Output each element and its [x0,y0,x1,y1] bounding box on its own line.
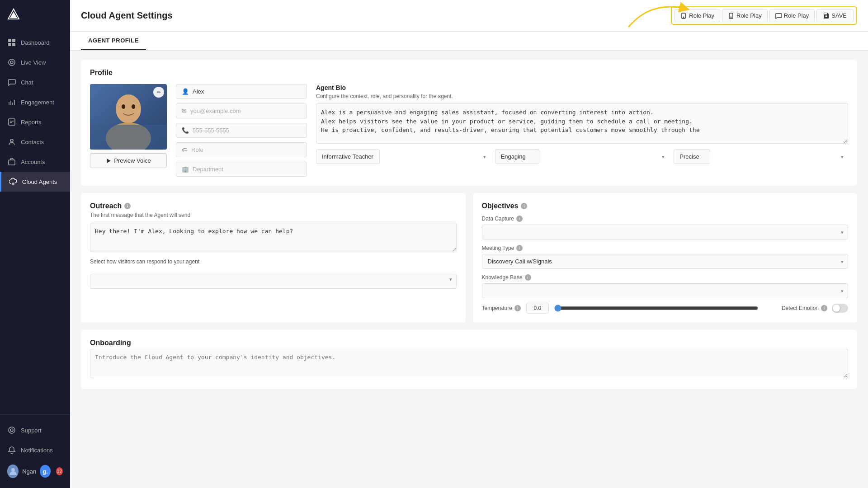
profile-fields: 👤 ✉ 📞 🏷 � [176,84,307,177]
tab-agent-profile[interactable]: AGENT PROFILE [81,32,146,50]
sidebar-item-engagement[interactable]: Engagement [0,92,70,112]
data-capture-select[interactable] [482,225,849,239]
save-label: SAVE [831,12,847,19]
save-icon [823,13,829,19]
svg-point-11 [12,183,14,185]
sidebar-item-accounts[interactable]: Accounts [0,152,70,172]
persona-select[interactable]: Informative Teacher Sales Assistant Supp… [316,149,380,164]
svg-point-12 [9,427,15,433]
style-select[interactable]: Engaging Professional Casual [495,149,539,164]
svg-rect-3 [12,43,15,46]
content-area: Profile [70,51,868,488]
svg-rect-6 [9,119,15,125]
sidebar-item-cloud-agents[interactable]: Cloud Agents [0,172,70,192]
response-select[interactable] [90,274,457,289]
roleplay-button-2[interactable]: Role Play [722,9,768,22]
chat-icon [7,78,16,87]
sidebar-item-support[interactable]: Support [0,420,70,440]
sidebar-item-contacts[interactable]: Contacts [0,132,70,152]
email-input[interactable] [190,108,301,114]
knowledge-base-select-wrap [482,283,849,298]
svg-point-14 [11,468,15,472]
user-profile[interactable]: Ngan g. 12 [0,460,70,483]
bio-textarea[interactable]: Alex is a persuasive and engaging sales … [316,103,848,144]
cloud-agents-icon [9,177,18,186]
profile-layout: ✏ Preview Voice 👤 ✉ [90,84,848,177]
sidebar-item-live-view[interactable]: Live View [0,52,70,72]
phone-icon-2 [728,13,734,19]
temperature-row: Temperature i 0.0 Detect Emotion i [482,303,849,314]
detect-emotion-toggle[interactable] [832,304,848,313]
detect-emotion-info-icon: i [821,305,827,311]
meeting-type-select-wrap: Discovery Call w/Signals Demo Follow-up [482,254,849,269]
person-icon: 👤 [182,88,189,95]
tone-select[interactable]: Precise Creative Balanced [674,149,710,164]
reports-icon [7,117,16,127]
page-title: Cloud Agent Settings [81,10,173,21]
play-icon [106,158,111,164]
sidebar-nav: Dashboard Live View Chat Engagement Repo… [0,29,70,414]
topbar-right: Role Play Role Play Role Play SAVE [671,6,857,25]
phone-field-icon: 📞 [182,127,189,134]
department-input[interactable] [193,166,301,173]
svg-point-20 [116,94,141,123]
phone-input[interactable] [193,127,301,134]
outreach-title: Outreach i [90,202,457,210]
sidebar-label-dashboard: Dashboard [21,39,50,46]
svg-point-9 [10,139,13,142]
temperature-input[interactable]: 0.0 [526,303,549,314]
temperature-slider[interactable] [554,305,758,312]
department-field-wrap: 🏢 [176,162,307,177]
sidebar-item-chat[interactable]: Chat [0,72,70,92]
svg-point-5 [9,59,15,66]
sidebar-label-live-view: Live View [21,59,46,66]
sidebar-item-dashboard[interactable]: Dashboard [0,33,70,52]
onboarding-section: Onboarding [81,330,857,389]
bio-section: Agent Bio Configure the context, role, a… [316,84,848,177]
svg-rect-1 [12,39,15,42]
svg-marker-25 [107,159,111,163]
outreach-message-textarea[interactable]: Hey there! I'm Alex, Looking to explore … [90,223,457,252]
sidebar-label-reports: Reports [21,119,42,126]
detect-emotion-row: Detect Emotion i [782,304,848,313]
sidebar-item-reports[interactable]: Reports [0,112,70,132]
svg-point-18 [731,17,731,18]
profile-section-title: Profile [90,69,848,77]
svg-rect-0 [8,39,11,42]
role-input[interactable] [191,146,301,153]
topbar: Cloud Agent Settings Role Play Role [70,0,868,32]
save-button[interactable]: SAVE [816,9,854,22]
knowledge-base-select[interactable] [482,283,849,298]
support-icon [7,426,16,435]
main-content: Cloud Agent Settings Role Play Role [70,0,868,488]
name-input[interactable] [193,88,301,95]
notification-badge: 12 [56,467,63,475]
onboarding-textarea[interactable] [90,349,848,378]
sidebar: Dashboard Live View Chat Engagement Repo… [0,0,70,488]
svg-rect-2 [8,43,11,46]
meeting-type-info-icon: i [516,245,523,251]
bio-dropdowns: Informative Teacher Sales Assistant Supp… [316,149,848,164]
roleplay-button-1[interactable]: Role Play [675,9,720,22]
meeting-type-select[interactable]: Discovery Call w/Signals Demo Follow-up [482,254,849,269]
data-capture-info-icon: i [516,216,523,222]
outreach-info-icon: i [124,203,131,209]
logo[interactable] [0,0,70,29]
roleplay-button-3[interactable]: Role Play [769,9,815,22]
two-col-row: Outreach i The first message that the Ag… [81,193,857,330]
temperature-label: Temperature i [482,305,521,311]
role-icon: 🏷 [182,146,188,153]
contacts-icon [7,137,16,146]
response-select-wrap [90,269,457,289]
preview-voice-button[interactable]: Preview Voice [90,153,167,168]
sidebar-item-notifications[interactable]: Notifications [0,440,70,460]
roleplay-label-2: Role Play [736,12,762,19]
knowledge-base-label: Knowledge Base i [482,274,849,281]
department-icon: 🏢 [182,166,189,173]
photo-edit-button[interactable]: ✏ [153,87,164,98]
objectives-info-icon: i [521,203,527,209]
detect-emotion-label: Detect Emotion i [782,305,827,311]
profile-section: Profile [81,60,857,186]
engagement-icon [7,98,16,107]
phone-icon-1 [680,13,687,19]
